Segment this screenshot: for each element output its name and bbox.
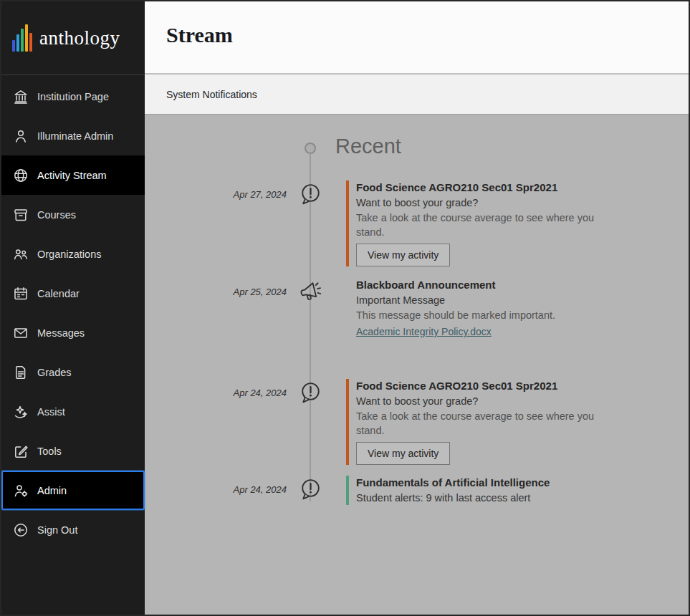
entry-line: Want to boost your grade? <box>356 196 625 210</box>
stream-entry: Apr 27, 2024 Food Science AGRO210 Sec01 … <box>166 181 625 266</box>
sidebar-item-illuminate-admin[interactable]: Illuminate Admin <box>1 116 145 155</box>
entry-title: Blackboard Announcement <box>356 278 625 292</box>
timeline-start-dot <box>305 143 316 154</box>
sign-out-arrow-icon <box>13 522 29 538</box>
sidebar-item-label: Activity Stream <box>37 170 107 181</box>
announcement-megaphone-icon <box>297 279 323 305</box>
recent-section-title: Recent <box>335 135 401 158</box>
people-group-icon <box>13 246 29 262</box>
app-window: anthology Institution Page Illuminate Ad… <box>0 0 690 616</box>
sidebar-item-label: Courses <box>37 209 76 221</box>
tools-edit-icon <box>13 443 29 459</box>
sidebar-item-label: Calendar <box>37 288 80 299</box>
entry-title: Food Science AGRO210 Sec01 Spr2021 <box>356 379 625 393</box>
envelope-icon <box>13 325 29 341</box>
subnav-bar: System Notifications <box>145 74 689 115</box>
sidebar-item-label: Institution Page <box>37 91 109 102</box>
anthology-logo-icon <box>12 24 32 52</box>
sidebar-item-tools[interactable]: Tools <box>1 431 145 471</box>
institution-icon <box>13 89 29 105</box>
entry-line: Want to boost your grade? <box>356 394 625 408</box>
page-title: Stream <box>166 23 233 47</box>
alert-speech-bubble-icon <box>297 477 323 503</box>
entry-title: Fundamentals of Artificial Intelligence <box>356 476 625 490</box>
sidebar-item-label: Assist <box>37 406 65 418</box>
subnav-system-notifications[interactable]: System Notifications <box>166 89 257 100</box>
globe-icon <box>13 168 29 183</box>
stream-entry: Apr 25, 2024 Blackboard Announcement Imp… <box>166 278 625 339</box>
grades-document-icon <box>13 365 29 380</box>
entry-title: Food Science AGRO210 Sec01 Spr2021 <box>356 181 625 195</box>
view-my-activity-button[interactable]: View my activity <box>356 244 450 266</box>
sidebar-item-institution-page[interactable]: Institution Page <box>1 77 145 116</box>
entry-content: Food Science AGRO210 Sec01 Spr2021 Want … <box>346 379 625 465</box>
entry-content: Food Science AGRO210 Sec01 Spr2021 Want … <box>346 181 625 266</box>
page-header: Stream <box>145 1 689 74</box>
logo-text: anthology <box>39 27 120 49</box>
attachment-link[interactable]: Academic Integrity Policy.docx <box>356 324 492 339</box>
sidebar-item-label: Grades <box>37 367 72 378</box>
view-my-activity-button[interactable]: View my activity <box>356 442 450 465</box>
entry-date: Apr 24, 2024 <box>166 388 287 398</box>
entry-content: Blackboard Announcement Important Messag… <box>346 278 625 339</box>
entry-line: Take a look at the course average to see… <box>356 211 625 239</box>
sidebar-menu: Institution Page Illuminate Admin Activi… <box>1 77 145 549</box>
alert-speech-bubble-icon <box>297 380 323 406</box>
stream-entry: Apr 24, 2024 Food Science AGRO210 Sec01 … <box>166 379 625 465</box>
sidebar-item-organizations[interactable]: Organizations <box>1 234 145 274</box>
entry-date: Apr 27, 2024 <box>166 189 287 200</box>
entry-date: Apr 25, 2024 <box>166 287 287 297</box>
entry-line: Student alerts: 9 with last access alert <box>356 491 625 505</box>
entry-content: Fundamentals of Artificial Intelligence … <box>346 476 625 505</box>
calendar-icon <box>13 286 29 302</box>
sidebar-item-admin[interactable]: Admin <box>1 471 145 510</box>
sidebar-item-label: Sign Out <box>37 524 77 536</box>
sidebar-item-label: Organizations <box>37 249 101 260</box>
entry-line: Take a look at the course average to see… <box>356 409 625 438</box>
assist-sparkle-icon <box>13 404 29 420</box>
entry-date: Apr 24, 2024 <box>166 484 287 495</box>
sidebar-item-label: Tools <box>37 446 62 457</box>
entry-line: This message should be marked important. <box>356 308 625 322</box>
sidebar-item-sign-out[interactable]: Sign Out <box>1 510 145 549</box>
entry-line: Important Message <box>356 293 625 307</box>
sidebar-item-messages[interactable]: Messages <box>1 313 145 352</box>
stream-entry: Apr 24, 2024 Fundamentals of Artificial … <box>166 476 625 505</box>
sidebar-item-label: Messages <box>37 327 85 339</box>
sidebar-item-label: Admin <box>37 485 67 496</box>
sidebar-item-calendar[interactable]: Calendar <box>1 274 145 313</box>
person-icon <box>13 128 29 144</box>
sidebar-item-activity-stream[interactable]: Activity Stream <box>1 155 145 195</box>
anthology-logo: anthology <box>1 1 145 75</box>
sidebar-item-courses[interactable]: Courses <box>1 195 145 234</box>
sidebar-item-label: Illuminate Admin <box>37 130 113 142</box>
sidebar: anthology Institution Page Illuminate Ad… <box>1 1 145 615</box>
alert-speech-bubble-icon <box>297 182 323 208</box>
admin-person-gear-icon <box>13 483 29 499</box>
sidebar-item-assist[interactable]: Assist <box>1 392 145 431</box>
courses-box-icon <box>13 207 29 223</box>
sidebar-item-grades[interactable]: Grades <box>1 352 145 392</box>
